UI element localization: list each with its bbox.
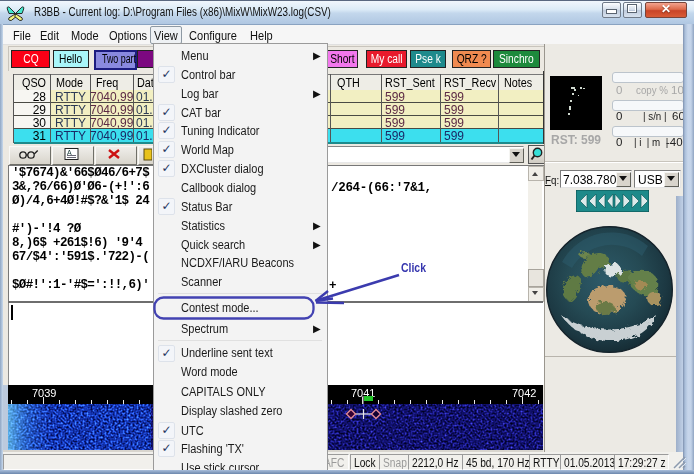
svg-text:7039: 7039 <box>32 387 56 399</box>
svg-text:A: A <box>67 149 72 156</box>
svg-text:7042: 7042 <box>512 387 536 399</box>
svg-text:Click: Click <box>401 260 427 275</box>
